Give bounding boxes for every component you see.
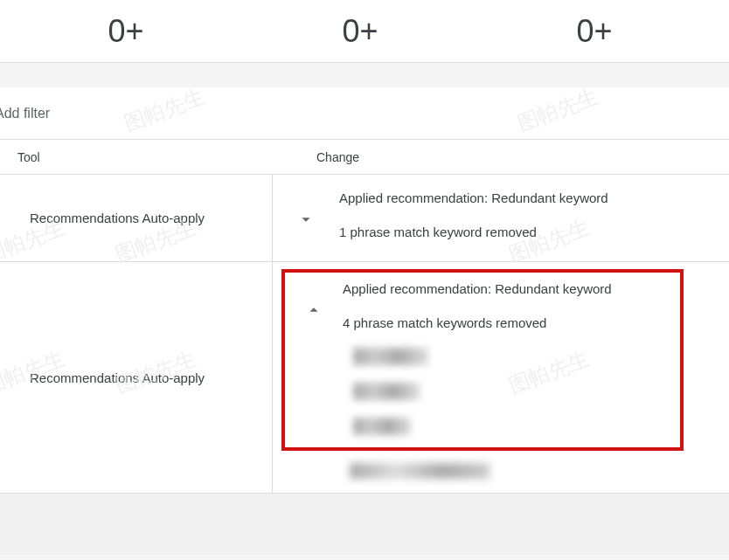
stat-item[interactable]: 0+ <box>243 13 477 50</box>
cell-change: Applied recommendation: Redundant keywor… <box>273 175 729 261</box>
removed-keywords-list <box>285 348 680 435</box>
change-history-table: Tool Change Recommendations Auto-apply A… <box>0 140 729 494</box>
cell-change: Applied recommendation: Redundant keywor… <box>273 262 729 493</box>
bottom-spacer <box>0 494 729 555</box>
stats-bar: 0+ 0+ 0+ <box>0 0 729 63</box>
highlighted-change-box: Applied recommendation: Redundant keywor… <box>281 269 684 451</box>
chevron-down-icon[interactable] <box>296 210 316 229</box>
stat-item[interactable]: 0+ <box>477 13 712 50</box>
redacted-keyword <box>353 383 420 400</box>
change-subtitle: 4 phrase match keywords removed <box>343 315 680 330</box>
change-subtitle: 1 phrase match keyword removed <box>339 225 717 239</box>
column-header-change[interactable]: Change <box>273 150 729 164</box>
chevron-up-icon[interactable] <box>304 301 323 320</box>
redacted-keyword <box>273 463 729 479</box>
change-title: Applied recommendation: Redundant keywor… <box>339 190 717 205</box>
table-header-row: Tool Change <box>0 140 729 175</box>
change-title: Applied recommendation: Redundant keywor… <box>343 281 680 296</box>
stat-item[interactable]: 0+ <box>9 13 243 50</box>
stat-value: 0+ <box>576 13 612 50</box>
add-filter-button[interactable]: Add filter <box>0 106 50 121</box>
cell-tool: Recommendations Auto-apply <box>0 175 273 261</box>
stat-value: 0+ <box>342 13 378 50</box>
filter-bar: Add filter <box>0 87 729 140</box>
table-row: Recommendations Auto-apply Applied recom… <box>0 262 729 494</box>
redacted-keyword <box>353 348 428 365</box>
column-header-tool[interactable]: Tool <box>0 150 273 164</box>
cell-tool: Recommendations Auto-apply <box>0 262 273 493</box>
redacted-keyword <box>353 418 411 435</box>
stat-value: 0+ <box>108 13 143 50</box>
table-row: Recommendations Auto-apply Applied recom… <box>0 175 729 262</box>
